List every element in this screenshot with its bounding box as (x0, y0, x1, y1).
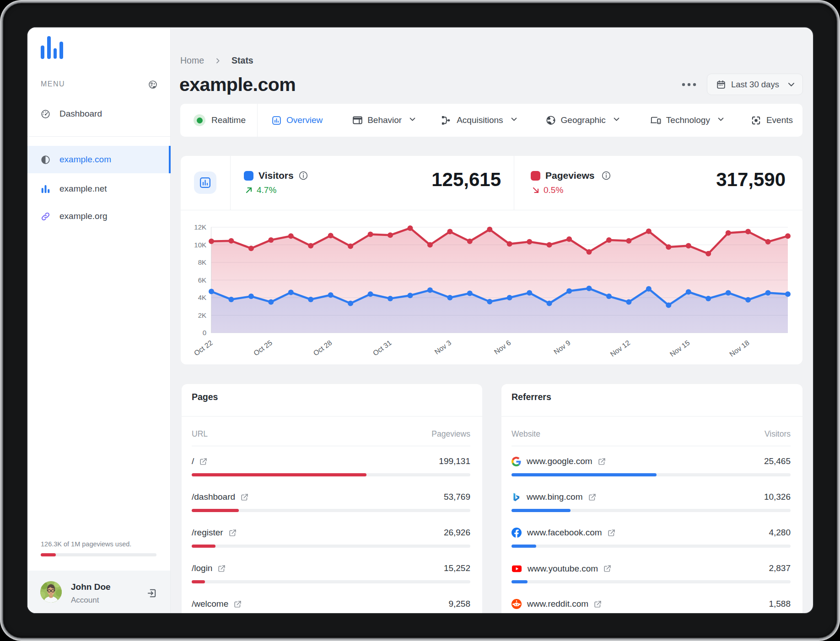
svg-text:Oct 22: Oct 22 (193, 339, 214, 358)
svg-text:Oct 28: Oct 28 (312, 339, 334, 358)
svg-text:0: 0 (203, 329, 206, 337)
svg-text:Nov 15: Nov 15 (668, 339, 691, 358)
svg-text:6K: 6K (198, 276, 206, 284)
svg-text:8K: 8K (198, 258, 206, 266)
svg-text:Nov 18: Nov 18 (728, 339, 751, 358)
svg-text:10K: 10K (194, 241, 206, 249)
svg-text:Nov 3: Nov 3 (433, 339, 452, 356)
svg-text:Nov 9: Nov 9 (552, 339, 572, 356)
svg-text:Nov 12: Nov 12 (608, 339, 631, 358)
svg-text:12K: 12K (194, 223, 206, 231)
svg-text:2K: 2K (198, 311, 206, 319)
svg-text:Oct 25: Oct 25 (252, 339, 274, 358)
svg-text:Oct 31: Oct 31 (372, 339, 393, 358)
svg-text:Nov 6: Nov 6 (493, 339, 512, 356)
svg-text:4K: 4K (198, 294, 206, 301)
